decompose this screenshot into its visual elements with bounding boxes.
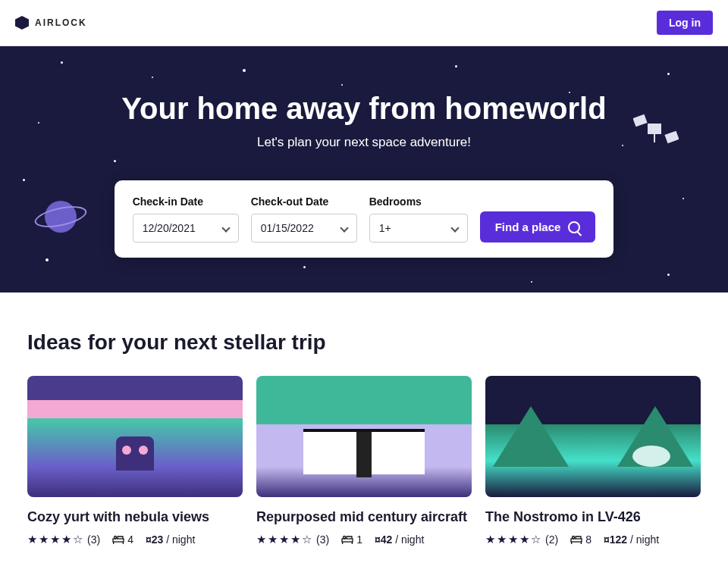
- review-count: (3): [87, 533, 100, 546]
- listing-card[interactable]: Repurposed mid century aircraft ★ ★ ★ ★ …: [256, 376, 472, 546]
- star-filled-icon: ★: [519, 533, 529, 546]
- star-filled-icon: ★: [485, 533, 495, 546]
- star-filled-icon: ★: [39, 533, 49, 546]
- star-decor: [667, 274, 670, 276]
- bed-count: 8: [570, 533, 592, 546]
- listing-image: [27, 376, 243, 497]
- listing-price: ¤122 / night: [604, 533, 659, 546]
- star-decor: [61, 61, 63, 64]
- star-filled-icon: ★: [50, 533, 60, 546]
- bedrooms-label: Bedrooms: [369, 196, 468, 208]
- listing-price: ¤42 / night: [375, 533, 424, 546]
- listing-title: The Nostromo in LV-426: [485, 509, 701, 525]
- bed-icon: [112, 535, 124, 544]
- svg-rect-12: [571, 539, 582, 542]
- svg-rect-4: [113, 539, 124, 542]
- listings-grid: Cozy yurt with nebula views ★ ★ ★ ★ ☆ (3…: [27, 376, 701, 546]
- checkout-label: Check-out Date: [251, 196, 357, 208]
- svg-rect-9: [342, 542, 343, 544]
- section-title: Ideas for your next stellar trip: [27, 330, 701, 355]
- star-filled-icon: ★: [61, 533, 71, 546]
- svg-rect-6: [123, 542, 124, 544]
- listing-title: Repurposed mid century aircraft: [256, 509, 472, 525]
- listing-price: ¤23 / night: [146, 533, 195, 546]
- svg-point-7: [115, 537, 117, 539]
- star-filled-icon: ★: [27, 533, 37, 546]
- star-empty-icon: ☆: [73, 533, 83, 546]
- checkin-field: Check-in Date 12/20/2021: [133, 196, 239, 242]
- bed-icon: [341, 535, 353, 544]
- listing-card[interactable]: The Nostromo in LV-426 ★ ★ ★ ★ ☆ (2) 8 ¤…: [485, 376, 701, 546]
- listing-meta: ★ ★ ★ ★ ☆ (3) 4 ¤23 / night: [27, 533, 243, 546]
- checkout-input[interactable]: 01/15/2022: [251, 214, 357, 242]
- listing-meta: ★ ★ ★ ★ ☆ (2) 8 ¤122 / night: [485, 533, 701, 546]
- star-decor: [682, 198, 684, 199]
- star-decor: [531, 281, 532, 283]
- svg-rect-14: [581, 542, 582, 544]
- bed-count: 4: [112, 533, 133, 546]
- hero-section: Your home away from homeworld Let's plan…: [0, 46, 728, 292]
- star-filled-icon: ★: [279, 533, 289, 546]
- star-decor: [46, 258, 49, 261]
- checkout-field: Check-out Date 01/15/2022: [251, 196, 357, 242]
- star-filled-icon: ★: [256, 533, 266, 546]
- star-filled-icon: ★: [290, 533, 300, 546]
- svg-point-15: [573, 537, 575, 539]
- review-count: (2): [545, 533, 558, 546]
- listing-title: Cozy yurt with nebula views: [27, 509, 243, 525]
- listing-image: [256, 376, 472, 497]
- listing-card[interactable]: Cozy yurt with nebula views ★ ★ ★ ★ ☆ (3…: [27, 376, 243, 546]
- svg-rect-13: [571, 542, 572, 544]
- search-form: Check-in Date 12/20/2021 Check-out Date …: [115, 180, 614, 258]
- star-filled-icon: ★: [508, 533, 518, 546]
- svg-rect-1: [634, 115, 647, 126]
- svg-point-11: [344, 537, 346, 539]
- rating-stars: ★ ★ ★ ★ ☆ (2): [485, 533, 558, 546]
- listing-image: [485, 376, 701, 497]
- svg-rect-10: [352, 542, 353, 544]
- star-decor: [38, 122, 39, 124]
- find-place-button[interactable]: Find a place: [480, 211, 596, 242]
- search-icon: [568, 221, 580, 233]
- bedrooms-field: Bedrooms 1+: [369, 196, 468, 242]
- bedrooms-input[interactable]: 1+: [369, 214, 468, 242]
- ideas-section: Ideas for your next stellar trip Cozy yu…: [0, 292, 728, 584]
- svg-rect-8: [342, 539, 353, 542]
- airlock-logo-icon: [15, 16, 29, 30]
- satellite-illustration: [633, 111, 679, 149]
- app-header: AIRLOCK Log in: [0, 0, 728, 46]
- star-decor: [622, 145, 623, 146]
- star-empty-icon: ☆: [302, 533, 312, 546]
- checkin-label: Check-in Date: [133, 196, 239, 208]
- svg-rect-0: [648, 124, 661, 133]
- checkin-input[interactable]: 12/20/2021: [133, 214, 239, 242]
- planet-illustration: [38, 194, 83, 239]
- star-decor: [152, 77, 153, 78]
- star-empty-icon: ☆: [531, 533, 541, 546]
- svg-rect-2: [666, 132, 679, 142]
- chevron-down-icon: [450, 224, 459, 232]
- chevron-down-icon: [221, 224, 230, 232]
- review-count: (3): [316, 533, 329, 546]
- brand-logo[interactable]: AIRLOCK: [15, 16, 87, 30]
- star-decor: [667, 73, 670, 75]
- star-decor: [341, 84, 343, 86]
- bed-count: 1: [341, 533, 362, 546]
- hero-title: Your home away from homeworld: [121, 92, 606, 126]
- rating-stars: ★ ★ ★ ★ ☆ (3): [27, 533, 100, 546]
- star-decor: [243, 69, 246, 72]
- star-decor: [455, 65, 457, 67]
- star-filled-icon: ★: [268, 533, 278, 546]
- bed-icon: [570, 535, 582, 544]
- hero-subtitle: Let's plan your next space adventure!: [257, 135, 471, 150]
- star-decor: [114, 160, 116, 162]
- brand-name: AIRLOCK: [35, 17, 87, 28]
- login-button[interactable]: Log in: [657, 11, 713, 35]
- svg-rect-5: [113, 542, 114, 544]
- star-decor: [303, 266, 306, 268]
- listing-meta: ★ ★ ★ ★ ☆ (3) 1 ¤42 / night: [256, 533, 472, 546]
- rating-stars: ★ ★ ★ ★ ☆ (3): [256, 533, 329, 546]
- star-decor: [23, 179, 25, 181]
- chevron-down-icon: [340, 224, 348, 232]
- star-filled-icon: ★: [497, 533, 507, 546]
